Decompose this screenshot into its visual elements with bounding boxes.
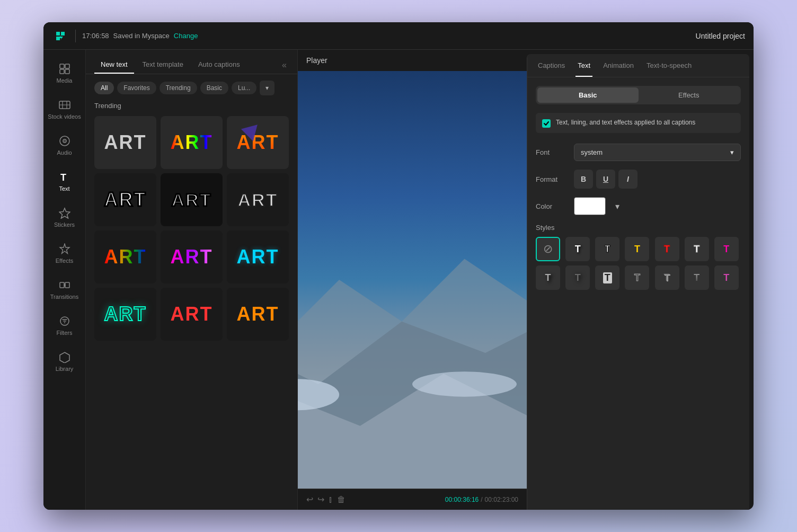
art-item-pink-purple[interactable]: ART <box>161 230 223 283</box>
style-outline-text: T <box>605 244 610 255</box>
color-row: Color ▾ <box>536 197 741 215</box>
style-gradient-r-text: T <box>694 272 699 283</box>
art-item-rainbow[interactable]: ART <box>161 116 223 169</box>
toggle-basic[interactable]: Basic <box>537 87 639 103</box>
format-row: Format B U I <box>536 170 741 189</box>
format-underline[interactable]: U <box>596 170 615 189</box>
media-icon <box>58 63 71 75</box>
filter-lu[interactable]: Lu... <box>232 82 256 94</box>
svg-point-10 <box>64 140 65 141</box>
style-red[interactable]: T <box>655 237 679 261</box>
change-link[interactable]: Change <box>174 32 198 40</box>
filter-all[interactable]: All <box>94 82 114 94</box>
transitions-icon <box>58 279 71 291</box>
color-swatch[interactable] <box>574 197 606 215</box>
sidebar-item-text[interactable]: T Text <box>46 164 83 198</box>
art-item-cyan-outline[interactable]: ART <box>94 288 156 341</box>
filter-basic[interactable]: Basic <box>200 82 228 94</box>
timeline-current-time: 00:00:36:16 <box>445 496 479 503</box>
art-item-multicolor[interactable]: ART <box>94 230 156 283</box>
art-item-outline[interactable]: ART <box>227 173 289 226</box>
title-bar: 17:06:58 Saved in Myspace Change Untitle… <box>43 22 754 50</box>
style-outline[interactable]: T <box>595 237 619 261</box>
app-window: 17:06:58 Saved in Myspace Change Untitle… <box>43 22 754 510</box>
filter-dropdown[interactable]: ▾ <box>260 81 274 95</box>
style-magenta[interactable]: T <box>714 237 739 261</box>
art-item-cyan[interactable]: ART <box>227 230 289 283</box>
toggle-effects[interactable]: Effects <box>639 87 740 103</box>
format-bold[interactable]: B <box>574 170 593 189</box>
art-text-multicolor: ART <box>104 246 147 268</box>
style-gradient-r[interactable]: T <box>685 265 709 290</box>
player-viewport <box>298 71 527 489</box>
style-shadow-lg-text: T <box>545 272 551 283</box>
tab-text-to-speech[interactable]: Text-to-speech <box>644 61 694 77</box>
svg-rect-2 <box>60 69 64 74</box>
art-item-orange2[interactable]: ART <box>227 288 289 341</box>
style-yellow[interactable]: T <box>625 237 649 261</box>
undo-button[interactable]: ↩ <box>306 494 313 504</box>
art-text-orange: ART <box>237 131 279 154</box>
apply-to-all-checkbox[interactable] <box>542 119 551 128</box>
filter-trending[interactable]: Trending <box>160 82 197 94</box>
tab-text-template[interactable]: Text template <box>136 56 190 74</box>
title-bar-divider <box>75 30 76 42</box>
art-text-red: ART <box>171 303 213 325</box>
tab-captions[interactable]: Captions <box>536 61 567 77</box>
art-text-outline: ART <box>238 190 278 210</box>
sidebar-item-media[interactable]: Media <box>46 56 83 90</box>
svg-rect-3 <box>65 69 69 74</box>
art-item-white-stroke[interactable]: ART <box>94 173 156 226</box>
player-area: Player <box>298 50 527 510</box>
sidebar-item-audio[interactable]: Audio <box>46 128 83 162</box>
style-emboss[interactable]: T <box>655 265 679 290</box>
mountain-scene <box>298 175 527 489</box>
art-item-orange[interactable]: ART <box>227 116 289 169</box>
sidebar-item-stickers[interactable]: Stickers <box>46 200 83 234</box>
style-inverted[interactable]: T <box>595 265 619 290</box>
style-shadow-lg[interactable]: T <box>536 265 560 290</box>
color-dropdown[interactable]: ▾ <box>612 201 623 211</box>
style-extra[interactable]: T <box>714 265 739 290</box>
format-italic[interactable]: I <box>618 170 637 189</box>
sidebar-item-library[interactable]: Library <box>46 344 83 378</box>
redo-button[interactable]: ↪ <box>317 494 324 504</box>
style-emboss-text: T <box>664 272 670 283</box>
split-button[interactable]: ⫿ <box>329 495 333 504</box>
sidebar-item-effects[interactable]: Effects <box>46 236 83 270</box>
sidebar-item-filters[interactable]: Filters <box>46 308 83 342</box>
styles-label: Styles <box>536 224 741 232</box>
tab-animation[interactable]: Animation <box>601 61 636 77</box>
collapse-panel-button[interactable]: « <box>280 58 289 72</box>
sidebar-item-transitions[interactable]: Transitions <box>46 272 83 306</box>
checkbox-row: Text, lining, and text effects applied t… <box>536 113 741 133</box>
delete-button[interactable]: 🗑 <box>337 495 346 504</box>
font-dropdown-icon: ▾ <box>730 148 734 156</box>
art-text-plain: ART <box>104 131 147 154</box>
sidebar-item-stock-videos[interactable]: Stock videos <box>46 92 83 126</box>
art-text-rainbow: ART <box>171 131 213 154</box>
player-background <box>298 71 527 489</box>
style-dark-shadow[interactable]: T <box>565 265 590 290</box>
style-hollow[interactable]: T <box>625 265 649 290</box>
tab-auto-captions[interactable]: Auto captions <box>192 56 246 74</box>
section-title-trending: Trending <box>94 102 289 110</box>
sidebar-item-label: Audio <box>57 149 72 156</box>
style-none[interactable]: ⊘ <box>536 237 560 261</box>
art-item-red[interactable]: ART <box>161 288 223 341</box>
art-item-black-stroke[interactable]: ART <box>161 173 223 226</box>
style-shadow[interactable]: T <box>565 237 590 261</box>
sidebar: Media Stock videos <box>43 50 86 510</box>
font-select[interactable]: system ▾ <box>574 144 741 161</box>
style-white-outline[interactable]: T <box>685 237 709 261</box>
art-item-plain[interactable]: ART <box>94 116 156 169</box>
basic-effects-toggle: Basic Effects <box>536 86 741 104</box>
art-grid-section: Trending ART ART ART <box>86 102 297 510</box>
timeline-separator: / <box>481 496 482 503</box>
art-text-white-stroke: ART <box>104 189 147 211</box>
tab-new-text[interactable]: New text <box>94 56 134 74</box>
right-panel-tabs: Captions Text Animation Text-to-speech <box>527 54 749 77</box>
filter-favorites[interactable]: Favorites <box>117 82 156 94</box>
tab-text[interactable]: Text <box>575 61 592 77</box>
svg-marker-17 <box>60 352 69 363</box>
